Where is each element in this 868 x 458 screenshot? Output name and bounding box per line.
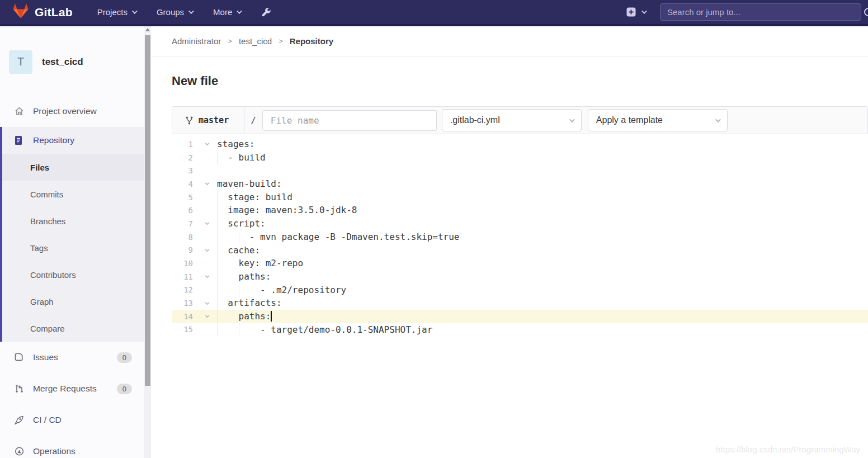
indent-guide bbox=[217, 310, 218, 323]
sidebar-item-ci-cd[interactable]: CI / CD bbox=[0, 404, 144, 436]
sidebar-item-label: CI / CD bbox=[33, 415, 62, 425]
breadcrumb-separator: > bbox=[228, 37, 232, 45]
git-branch-icon bbox=[185, 116, 194, 125]
code-text[interactable]: - build bbox=[214, 151, 868, 164]
sidebar-subitem-label: Graph bbox=[30, 297, 54, 306]
merge-icon bbox=[14, 384, 25, 394]
code-line-2[interactable]: 2 - build bbox=[172, 151, 868, 164]
indent-guide bbox=[217, 217, 218, 230]
fold-toggle-icon[interactable] bbox=[200, 141, 214, 147]
sidebar-scrollbar[interactable] bbox=[144, 26, 151, 458]
file-name-input[interactable] bbox=[262, 110, 437, 131]
scrollbar-thumb[interactable] bbox=[145, 35, 150, 386]
breadcrumb-administrator[interactable]: Administrator bbox=[172, 36, 221, 46]
code-text[interactable]: script: bbox=[214, 217, 868, 230]
code-text[interactable]: - .m2/repository bbox=[214, 284, 868, 297]
sidebar-subitem-compare[interactable]: Compare bbox=[2, 315, 144, 342]
sidebar-subitem-branches[interactable]: Branches bbox=[2, 207, 144, 234]
sidebar-item-issues[interactable]: Issues0 bbox=[0, 342, 144, 373]
code-line-7[interactable]: 7 script: bbox=[172, 217, 868, 230]
page-title: New file bbox=[172, 74, 868, 88]
chevron-down-icon bbox=[132, 8, 138, 14]
sidebar-subitem-label: Commits bbox=[30, 190, 63, 199]
issues-icon bbox=[14, 352, 25, 363]
fold-toggle-icon[interactable] bbox=[200, 313, 214, 319]
gitlab-logo-icon bbox=[12, 3, 29, 21]
template-select[interactable]: Apply a template bbox=[588, 109, 728, 131]
code-text[interactable]: stages: bbox=[214, 138, 868, 151]
new-item-menu[interactable] bbox=[626, 7, 645, 17]
code-text[interactable]: paths: bbox=[214, 310, 868, 323]
code-line-9[interactable]: 9 cache: bbox=[172, 244, 868, 257]
code-line-4[interactable]: 4maven-build: bbox=[172, 177, 868, 191]
code-text[interactable]: - mvn package -B -Dmaven.test.skip=true bbox=[214, 230, 868, 244]
project-home-link[interactable]: T test_cicd bbox=[0, 26, 151, 87]
fold-toggle-icon[interactable] bbox=[200, 273, 214, 280]
project-name: test_cicd bbox=[42, 56, 83, 68]
sidebar-item-project-overview[interactable]: Project overview bbox=[0, 96, 144, 127]
gitlab-home-link[interactable]: GitLab bbox=[12, 3, 73, 21]
sidebar-subitem-label: Files bbox=[30, 163, 49, 172]
code-line-14[interactable]: 14 paths: bbox=[172, 310, 868, 323]
sidebar-subitem-graph[interactable]: Graph bbox=[2, 288, 144, 315]
code-text[interactable]: maven-build: bbox=[214, 177, 868, 191]
code-text[interactable]: stage: build bbox=[214, 191, 868, 204]
code-text[interactable]: cache: bbox=[214, 244, 868, 257]
code-line-8[interactable]: 8 - mvn package -B -Dmaven.test.skip=tru… bbox=[172, 230, 868, 244]
sidebar-item-operations[interactable]: Operations bbox=[0, 436, 144, 458]
code-line-5[interactable]: 5 stage: build bbox=[172, 191, 868, 204]
code-text[interactable]: paths: bbox=[214, 270, 868, 284]
search-icon[interactable] bbox=[864, 8, 868, 16]
code-line-3[interactable]: 3 bbox=[172, 164, 868, 177]
code-text[interactable]: - target/demo-0.0.1-SNAPSHOT.jar bbox=[214, 323, 868, 337]
code-line-11[interactable]: 11 paths: bbox=[172, 270, 868, 284]
code-text[interactable]: image: maven:3.5.0-jdk-8 bbox=[214, 204, 868, 217]
sidebar-subitem-tags[interactable]: Tags bbox=[2, 234, 144, 261]
project-avatar: T bbox=[9, 50, 32, 74]
chevron-down-icon bbox=[188, 8, 194, 14]
file-type-select[interactable]: .gitlab-ci.yml bbox=[442, 109, 582, 131]
indent-guide bbox=[217, 151, 218, 164]
sidebar-subitem-contributors[interactable]: Contributors bbox=[2, 261, 144, 288]
code-line-1[interactable]: 1stages: bbox=[172, 138, 868, 151]
code-text[interactable]: artifacts: bbox=[214, 296, 868, 310]
sidebar-subitem-label: Tags bbox=[30, 243, 48, 253]
search-input[interactable] bbox=[660, 3, 861, 21]
fold-toggle-icon[interactable] bbox=[200, 300, 214, 306]
sidebar-subitem-files[interactable]: Files bbox=[2, 154, 144, 181]
sidebar-section-repository: RepositoryFilesCommitsBranchesTagsContri… bbox=[0, 127, 144, 342]
plus-square-icon bbox=[626, 7, 636, 17]
line-number: 10 bbox=[172, 259, 200, 268]
code-editor[interactable]: 1stages:2 - build34maven-build:5 stage: … bbox=[172, 134, 868, 336]
fold-toggle-icon[interactable] bbox=[200, 247, 214, 253]
text-cursor bbox=[271, 311, 272, 322]
line-number: 15 bbox=[172, 325, 200, 334]
sidebar-subitem-commits[interactable]: Commits bbox=[2, 181, 144, 207]
code-line-15[interactable]: 15 - target/demo-0.0.1-SNAPSHOT.jar bbox=[172, 323, 868, 337]
fold-toggle-icon[interactable] bbox=[200, 181, 214, 187]
fold-toggle-icon[interactable] bbox=[200, 220, 214, 226]
indent-guide bbox=[217, 204, 218, 217]
code-line-10[interactable]: 10 key: m2-repo bbox=[172, 257, 868, 270]
menu-more[interactable]: More bbox=[213, 7, 240, 17]
sidebar-item-merge-requests[interactable]: Merge Requests0 bbox=[0, 373, 144, 404]
line-number: 6 bbox=[172, 206, 200, 215]
breadcrumb-project[interactable]: test_cicd bbox=[239, 36, 272, 46]
indent-guide bbox=[217, 257, 218, 270]
sidebar-subitem-label: Compare bbox=[30, 324, 65, 333]
line-number: 5 bbox=[172, 193, 200, 202]
code-line-12[interactable]: 12 - .m2/repository bbox=[172, 284, 868, 297]
code-text[interactable]: key: m2-repo bbox=[214, 257, 868, 270]
admin-area-button[interactable] bbox=[261, 7, 271, 17]
wrench-icon bbox=[261, 7, 271, 17]
breadcrumb-repository[interactable]: Repository bbox=[290, 36, 333, 46]
scrollbar-up-arrow-icon[interactable] bbox=[145, 28, 150, 31]
menu-groups[interactable]: Groups bbox=[157, 7, 192, 17]
sidebar-nav: Project overviewRepositoryFilesCommitsBr… bbox=[0, 96, 144, 458]
sidebar-item-repository[interactable]: Repository bbox=[2, 127, 144, 154]
code-line-13[interactable]: 13 artifacts: bbox=[172, 296, 868, 310]
branch-selector[interactable]: master bbox=[185, 115, 229, 125]
menu-projects[interactable]: Projects bbox=[97, 7, 136, 17]
code-line-6[interactable]: 6 image: maven:3.5.0-jdk-8 bbox=[172, 204, 868, 217]
brand-name: GitLab bbox=[35, 6, 73, 19]
